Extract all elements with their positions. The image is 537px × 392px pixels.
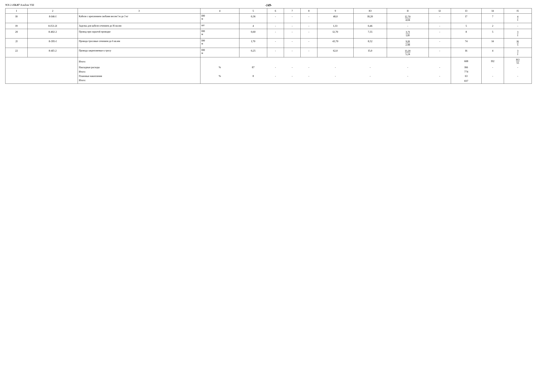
row-18-col8: - xyxy=(301,14,317,23)
col-header-7: 7 xyxy=(284,8,301,14)
summary-itogo2-empty xyxy=(200,70,451,74)
summary-itogo1-col1 xyxy=(5,57,28,65)
row-19-col15: - xyxy=(504,23,532,29)
row-20-col15: 3 I xyxy=(504,29,532,38)
col-header-1: I xyxy=(5,8,28,14)
summary-planovye-col14: - xyxy=(482,74,504,78)
summary-nakladnye-col15: - xyxy=(504,65,532,70)
row-18-fraction: I2,70 4,04 xyxy=(405,15,410,22)
row-22-col6: - xyxy=(267,48,284,57)
doc-number-prefix: 9OI-2- xyxy=(5,4,12,6)
row-18-col4: I00м xyxy=(200,14,239,23)
summary-itogo3-col1 xyxy=(5,78,28,84)
row-20-col12: - xyxy=(429,29,451,38)
summary-planovye-col7: - xyxy=(284,74,301,78)
row-22-col11: I3,20 5,24 xyxy=(387,48,429,57)
row-21-col15: I6 5 xyxy=(504,38,532,48)
summary-itogo1-col6 xyxy=(267,57,284,65)
row-20-fraction: 3,7I I,I8 xyxy=(406,30,410,37)
row-18-col14: 7 xyxy=(482,14,504,23)
summary-planovye-col15: - xyxy=(504,74,532,78)
col-header-9: 9 xyxy=(317,8,353,14)
row-18-fraction15: 4 I xyxy=(517,15,518,22)
summary-itogo1-col7 xyxy=(284,57,301,65)
row-19-col2: 8-I53-2I xyxy=(28,23,78,29)
summary-itogo1-col15: I63 55 xyxy=(504,57,532,65)
row-19-col10: 0,46 xyxy=(353,23,387,29)
row-20-fraction15: 3 I xyxy=(517,30,518,37)
row-22-col12: - xyxy=(429,48,451,57)
col-header-2: 2 xyxy=(28,8,78,14)
summary-itogo1-fraction: I63 55 xyxy=(516,58,519,65)
summary-nakladnye-label: Накладные расходы xyxy=(78,65,200,70)
summary-planovye-col12: - xyxy=(429,74,451,78)
summary-itogo1-col5 xyxy=(239,57,267,65)
summary-itogo1-row: Итого: 608 I92 I63 55 xyxy=(5,57,532,65)
row-22-col1: 22 xyxy=(5,48,28,57)
row-21-col9: 43,70 xyxy=(317,38,353,48)
row-21-col6: - xyxy=(267,38,284,48)
row-19-col4: шт xyxy=(200,23,239,29)
col-header-11: II xyxy=(387,8,429,14)
row-19-col8: - xyxy=(301,23,317,29)
row-21-col3: Провода тросовые сечением до 6 кв.мм xyxy=(78,38,200,48)
summary-nakladnye-col12: - xyxy=(429,65,451,70)
row-21-col13: 74 xyxy=(451,38,482,48)
summary-itogo2-col15 xyxy=(504,70,532,74)
row-18-col10: I8,20 xyxy=(353,14,387,23)
row-19-col11: - xyxy=(387,23,429,29)
row-19-col14: 2 xyxy=(482,23,504,29)
summary-itogo2-row: Итого: 774 xyxy=(5,70,532,74)
summary-nakladnye-col7: - xyxy=(284,65,301,70)
summary-nakladnye-col13: I66 xyxy=(451,65,482,70)
summary-itogo3-col13: 837 xyxy=(451,78,482,84)
row-19-col3: Заделка для кабеля сечением до I6 кв.мм xyxy=(78,23,200,29)
table-row: I8 8-I46-I Кабели с креплением скобами в… xyxy=(5,14,532,23)
summary-itogo3-col15 xyxy=(504,78,532,84)
row-20-col8: - xyxy=(301,29,317,38)
row-21-col5: I,70 xyxy=(239,38,267,48)
row-20-col5: 0,60 xyxy=(239,29,267,38)
table-row: 20 8-402-2 Провод при скрытой проводке I… xyxy=(5,29,532,38)
doc-number-bold: 156.87 xyxy=(12,4,19,6)
row-20-col11: 3,7I I,I8 xyxy=(387,29,429,38)
summary-itogo3-col14 xyxy=(482,78,504,84)
summary-planovye-label: Плановые накопления xyxy=(78,74,200,78)
summary-planovye-row: Плановые накопления % 8 - - - - - - - 63… xyxy=(5,74,532,78)
row-19-col6: - xyxy=(267,23,284,29)
summary-itogo3-label: Итого: xyxy=(78,78,200,84)
row-20-col10: 7,55 xyxy=(353,29,387,38)
col-header-14: I4 xyxy=(482,8,504,14)
summary-itogo1-col10 xyxy=(353,57,387,65)
col-header-8: 8 xyxy=(301,8,317,14)
summary-planovye-col1 xyxy=(5,74,28,78)
row-22-fraction15: 3 I xyxy=(517,49,518,56)
row-22-col9: 62,0 xyxy=(317,48,353,57)
summary-planovye-col13: 63 xyxy=(451,74,482,78)
header-left: 9OI-2-156.87 Альбом УШ xyxy=(5,4,34,6)
row-21-col4: I00м xyxy=(200,38,239,48)
row-19-col13: 5 xyxy=(451,23,482,29)
row-21-col1: 2I xyxy=(5,38,28,48)
row-21-col8: - xyxy=(301,38,317,48)
row-20-col9: I2,70 xyxy=(317,29,353,38)
row-22-col5: 0,25 xyxy=(239,48,267,57)
summary-nakladnye-col10: - xyxy=(353,65,387,70)
summary-itogo3-row: Итого: 837 xyxy=(5,78,532,84)
col-header-3: 3 xyxy=(78,8,200,14)
table-row: I9 8-I53-2I Заделка для кабеля сечением … xyxy=(5,23,532,29)
row-22-col7: - xyxy=(284,48,301,57)
row-18-col5: 0,36 xyxy=(239,14,267,23)
summary-itogo2-col14 xyxy=(482,70,504,74)
row-20-col7: - xyxy=(284,29,301,38)
row-18-col15: 4 I xyxy=(504,14,532,23)
summary-nakladnye-col4: % xyxy=(200,65,239,70)
row-22-col8: - xyxy=(301,48,317,57)
summary-itogo1-col4 xyxy=(200,57,239,65)
col-header-12: I2 xyxy=(429,8,451,14)
summary-itogo1-col8 xyxy=(301,57,317,65)
summary-planovye-col5: 8 xyxy=(239,74,267,78)
summary-planovye-col6: - xyxy=(267,74,284,78)
summary-planovye-col4: % xyxy=(200,74,239,78)
row-18-col9: 48,0 xyxy=(317,14,353,23)
